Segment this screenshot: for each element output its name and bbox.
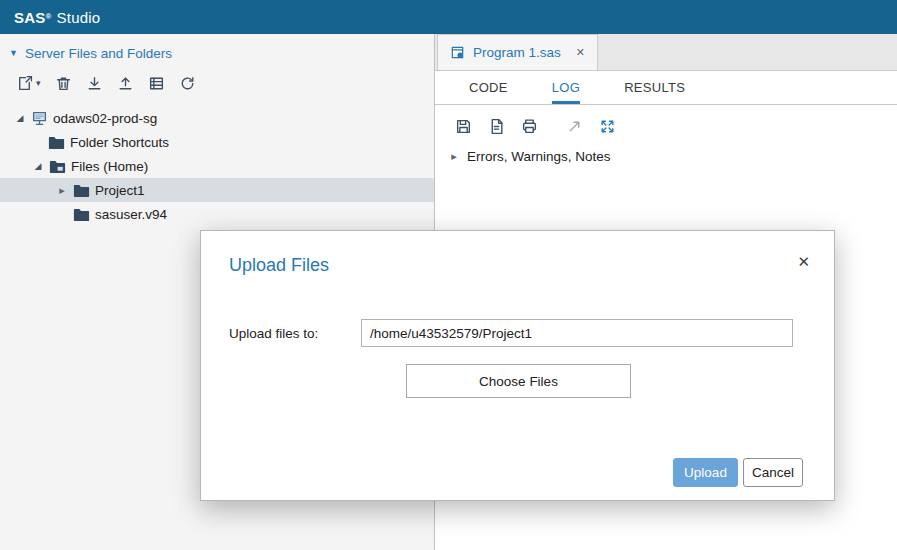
folder-icon [48,134,65,151]
close-dialog-icon[interactable]: ✕ [797,253,810,271]
log-toolbar [435,105,897,143]
expanded-node-icon[interactable]: ◢ [32,162,44,171]
table-list-icon [148,75,165,92]
tree-item-files-home[interactable]: ◢ Files (Home) [0,154,434,178]
folder-icon [73,206,90,223]
tab-log[interactable]: LOG [552,71,580,104]
chevron-down-icon[interactable]: ▾ [36,79,41,88]
errors-section-header[interactable]: ▸ Errors, Warnings, Notes [435,143,897,164]
app-root: SAS® Studio ▼ Server Files and Folders ▾ [0,0,897,34]
goto-arrow-icon [566,118,583,135]
collapsed-section-icon[interactable]: ▸ [448,151,460,162]
tab-results[interactable]: RESULTS [624,71,685,104]
home-folder-icon [49,158,66,175]
expanded-node-icon[interactable]: ◢ [14,114,26,123]
tree-item-folder-shortcuts[interactable]: Folder Shortcuts [0,130,434,154]
server-icon [31,110,48,127]
folder-icon [73,182,90,199]
print-button[interactable] [521,118,538,135]
properties-button[interactable] [148,75,165,92]
tree-item-label: Project1 [95,183,145,198]
tree-item-label: odaws02-prod-sg [53,111,157,126]
file-tree: ◢ odaws02-prod-sg Folder Shortcuts ◢ [0,106,434,226]
new-file-icon [16,75,33,92]
printer-icon [521,118,538,135]
choose-files-button[interactable]: Choose Files [406,364,631,398]
errors-section-label: Errors, Warnings, Notes [467,149,611,164]
expand-icon [599,118,616,135]
panel-header[interactable]: ▼ Server Files and Folders [0,34,434,65]
app-title: SAS® Studio [14,9,100,26]
upload-path-input[interactable] [361,319,793,347]
upload-button[interactable] [117,75,134,92]
tab-program1[interactable]: Program 1.sas ✕ [437,34,598,70]
program-icon [450,45,465,60]
collapse-triangle-icon[interactable]: ▼ [9,49,18,58]
tree-item-label: Folder Shortcuts [70,135,169,150]
refresh-icon [179,75,196,92]
download-log-button[interactable] [488,118,505,135]
upload-to-label: Upload files to: [229,326,318,341]
dialog-title: Upload Files [229,255,329,276]
download-button[interactable] [86,75,103,92]
tree-item-label: sasuser.v94 [95,207,167,222]
close-tab-icon[interactable]: ✕ [576,46,585,59]
new-item-button[interactable]: ▾ [16,75,41,92]
app-header: SAS® Studio [0,0,897,34]
dialog-cancel-button[interactable]: Cancel [743,458,803,487]
goto-line-button[interactable] [566,118,583,135]
download-icon [86,75,103,92]
delete-button[interactable] [55,75,72,92]
upload-files-dialog: Upload Files ✕ Upload files to: Choose F… [200,230,835,501]
panel-title: Server Files and Folders [25,46,172,61]
editor-subtabs: CODE LOG RESULTS [435,71,897,105]
document-tab-label: Program 1.sas [473,45,561,60]
tab-code[interactable]: CODE [469,71,508,104]
registered-mark: ® [45,13,51,21]
maximize-view-button[interactable] [599,118,616,135]
refresh-button[interactable] [179,75,196,92]
files-toolbar: ▾ [0,65,434,100]
dialog-upload-button[interactable]: Upload [673,458,738,487]
product-name: Studio [57,9,101,26]
save-icon [455,118,472,135]
save-log-button[interactable] [455,118,472,135]
log-file-icon [488,118,505,135]
document-tab-bar: Program 1.sas ✕ [435,34,897,71]
collapsed-node-icon[interactable]: ▸ [56,185,68,196]
upload-icon [117,75,134,92]
tree-item-sasuser[interactable]: sasuser.v94 [0,202,434,226]
tree-item-label: Files (Home) [71,159,148,174]
tree-item-server[interactable]: ◢ odaws02-prod-sg [0,106,434,130]
tree-item-project1[interactable]: ▸ Project1 [0,178,434,202]
brand-name: SAS [14,9,45,26]
trash-icon [55,75,72,92]
